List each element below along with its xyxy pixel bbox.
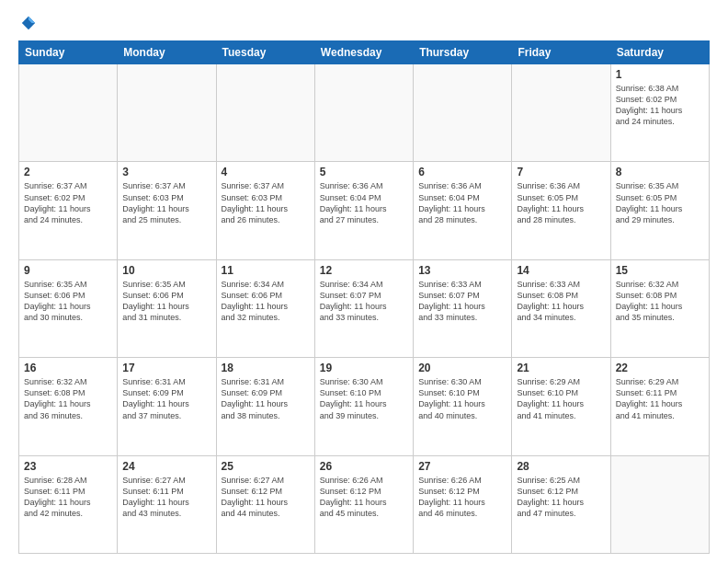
calendar-cell: 24Sunrise: 6:27 AM Sunset: 6:11 PM Dayli… [118, 455, 216, 553]
calendar-cell [19, 64, 118, 162]
calendar-cell: 12Sunrise: 6:34 AM Sunset: 6:07 PM Dayli… [314, 259, 413, 357]
day-number: 16 [24, 362, 112, 374]
calendar-cell: 28Sunrise: 6:25 AM Sunset: 6:12 PM Dayli… [512, 455, 610, 553]
week-row-3: 16Sunrise: 6:32 AM Sunset: 6:08 PM Dayli… [19, 358, 710, 455]
day-number: 21 [517, 362, 605, 374]
calendar-cell: 22Sunrise: 6:29 AM Sunset: 6:11 PM Dayli… [610, 358, 709, 455]
day-number: 22 [616, 362, 704, 374]
day-number: 5 [320, 166, 408, 178]
calendar-cell: 19Sunrise: 6:30 AM Sunset: 6:10 PM Dayli… [314, 358, 413, 455]
logo-icon [20, 15, 37, 31]
calendar-cell: 1Sunrise: 6:38 AM Sunset: 6:02 PM Daylig… [610, 64, 709, 162]
day-info: Sunrise: 6:31 AM Sunset: 6:09 PM Dayligh… [122, 376, 210, 421]
day-number: 11 [222, 264, 310, 277]
calendar-cell: 26Sunrise: 6:26 AM Sunset: 6:12 PM Dayli… [314, 455, 413, 553]
day-number: 13 [418, 264, 506, 277]
day-info: Sunrise: 6:31 AM Sunset: 6:09 PM Dayligh… [222, 376, 310, 421]
day-info: Sunrise: 6:34 AM Sunset: 6:06 PM Dayligh… [222, 279, 310, 324]
calendar-cell: 23Sunrise: 6:28 AM Sunset: 6:11 PM Dayli… [19, 455, 118, 553]
calendar-cell: 16Sunrise: 6:32 AM Sunset: 6:08 PM Dayli… [19, 358, 118, 455]
calendar-cell: 18Sunrise: 6:31 AM Sunset: 6:09 PM Dayli… [216, 358, 314, 455]
calendar-cell [414, 64, 512, 162]
day-info: Sunrise: 6:32 AM Sunset: 6:08 PM Dayligh… [616, 279, 704, 324]
day-info: Sunrise: 6:34 AM Sunset: 6:07 PM Dayligh… [320, 279, 408, 324]
calendar-cell: 7Sunrise: 6:36 AM Sunset: 6:05 PM Daylig… [512, 162, 610, 259]
day-info: Sunrise: 6:26 AM Sunset: 6:12 PM Dayligh… [418, 475, 506, 520]
day-number: 4 [222, 166, 310, 178]
calendar-cell [512, 64, 610, 162]
weekday-header-row: SundayMondayTuesdayWednesdayThursdayFrid… [19, 41, 710, 64]
day-info: Sunrise: 6:36 AM Sunset: 6:04 PM Dayligh… [320, 180, 408, 225]
calendar-cell: 25Sunrise: 6:27 AM Sunset: 6:12 PM Dayli… [216, 455, 314, 553]
day-number: 8 [616, 166, 704, 178]
weekday-thursday: Thursday [414, 41, 512, 64]
day-number: 15 [616, 264, 704, 277]
page: SundayMondayTuesdayWednesdayThursdayFrid… [0, 0, 728, 563]
calendar-cell [610, 455, 709, 553]
day-info: Sunrise: 6:36 AM Sunset: 6:05 PM Dayligh… [517, 180, 605, 225]
calendar-cell: 3Sunrise: 6:37 AM Sunset: 6:03 PM Daylig… [118, 162, 216, 259]
calendar-cell: 2Sunrise: 6:37 AM Sunset: 6:02 PM Daylig… [19, 162, 118, 259]
day-info: Sunrise: 6:33 AM Sunset: 6:07 PM Dayligh… [418, 279, 506, 324]
calendar-cell: 21Sunrise: 6:29 AM Sunset: 6:10 PM Dayli… [512, 358, 610, 455]
day-info: Sunrise: 6:35 AM Sunset: 6:06 PM Dayligh… [24, 279, 112, 324]
day-info: Sunrise: 6:29 AM Sunset: 6:10 PM Dayligh… [517, 376, 605, 421]
calendar-cell: 13Sunrise: 6:33 AM Sunset: 6:07 PM Dayli… [414, 259, 512, 357]
day-info: Sunrise: 6:35 AM Sunset: 6:06 PM Dayligh… [122, 279, 210, 324]
day-info: Sunrise: 6:37 AM Sunset: 6:03 PM Dayligh… [222, 180, 310, 225]
day-number: 2 [24, 166, 112, 178]
calendar-cell: 20Sunrise: 6:30 AM Sunset: 6:10 PM Dayli… [414, 358, 512, 455]
day-info: Sunrise: 6:30 AM Sunset: 6:10 PM Dayligh… [320, 376, 408, 421]
calendar-cell: 5Sunrise: 6:36 AM Sunset: 6:04 PM Daylig… [314, 162, 413, 259]
day-info: Sunrise: 6:32 AM Sunset: 6:08 PM Dayligh… [24, 376, 112, 421]
weekday-friday: Friday [512, 41, 610, 64]
calendar-cell: 8Sunrise: 6:35 AM Sunset: 6:05 PM Daylig… [610, 162, 709, 259]
day-number: 1 [616, 68, 704, 81]
day-info: Sunrise: 6:37 AM Sunset: 6:02 PM Dayligh… [24, 180, 112, 225]
day-info: Sunrise: 6:27 AM Sunset: 6:12 PM Dayligh… [222, 475, 310, 520]
weekday-sunday: Sunday [19, 41, 118, 64]
calendar-cell [118, 64, 216, 162]
week-row-2: 9Sunrise: 6:35 AM Sunset: 6:06 PM Daylig… [19, 259, 710, 357]
header [18, 15, 710, 31]
day-number: 9 [24, 264, 112, 277]
calendar-cell: 27Sunrise: 6:26 AM Sunset: 6:12 PM Dayli… [414, 455, 512, 553]
weekday-tuesday: Tuesday [216, 41, 314, 64]
weekday-monday: Monday [118, 41, 216, 64]
day-number: 20 [418, 362, 506, 374]
calendar-cell [216, 64, 314, 162]
day-number: 14 [517, 264, 605, 277]
day-number: 12 [320, 264, 408, 277]
calendar-table: SundayMondayTuesdayWednesdayThursdayFrid… [18, 40, 710, 554]
day-info: Sunrise: 6:25 AM Sunset: 6:12 PM Dayligh… [517, 475, 605, 520]
day-number: 17 [122, 362, 210, 374]
weekday-saturday: Saturday [610, 41, 709, 64]
day-info: Sunrise: 6:35 AM Sunset: 6:05 PM Dayligh… [616, 180, 704, 225]
day-number: 10 [122, 264, 210, 277]
day-number: 7 [517, 166, 605, 178]
day-number: 23 [24, 460, 112, 473]
day-number: 27 [418, 460, 506, 473]
day-info: Sunrise: 6:29 AM Sunset: 6:11 PM Dayligh… [616, 376, 704, 421]
calendar-cell: 14Sunrise: 6:33 AM Sunset: 6:08 PM Dayli… [512, 259, 610, 357]
week-row-4: 23Sunrise: 6:28 AM Sunset: 6:11 PM Dayli… [19, 455, 710, 553]
day-number: 19 [320, 362, 408, 374]
day-number: 28 [517, 460, 605, 473]
day-number: 24 [122, 460, 210, 473]
calendar-cell: 10Sunrise: 6:35 AM Sunset: 6:06 PM Dayli… [118, 259, 216, 357]
day-number: 25 [222, 460, 310, 473]
day-info: Sunrise: 6:30 AM Sunset: 6:10 PM Dayligh… [418, 376, 506, 421]
day-info: Sunrise: 6:33 AM Sunset: 6:08 PM Dayligh… [517, 279, 605, 324]
logo [18, 15, 37, 31]
calendar-cell: 17Sunrise: 6:31 AM Sunset: 6:09 PM Dayli… [118, 358, 216, 455]
week-row-0: 1Sunrise: 6:38 AM Sunset: 6:02 PM Daylig… [19, 64, 710, 162]
day-info: Sunrise: 6:38 AM Sunset: 6:02 PM Dayligh… [616, 83, 704, 128]
day-info: Sunrise: 6:26 AM Sunset: 6:12 PM Dayligh… [320, 475, 408, 520]
day-info: Sunrise: 6:37 AM Sunset: 6:03 PM Dayligh… [122, 180, 210, 225]
calendar-cell: 15Sunrise: 6:32 AM Sunset: 6:08 PM Dayli… [610, 259, 709, 357]
day-number: 3 [122, 166, 210, 178]
day-info: Sunrise: 6:27 AM Sunset: 6:11 PM Dayligh… [122, 475, 210, 520]
day-info: Sunrise: 6:36 AM Sunset: 6:04 PM Dayligh… [418, 180, 506, 225]
week-row-1: 2Sunrise: 6:37 AM Sunset: 6:02 PM Daylig… [19, 162, 710, 259]
day-number: 6 [418, 166, 506, 178]
